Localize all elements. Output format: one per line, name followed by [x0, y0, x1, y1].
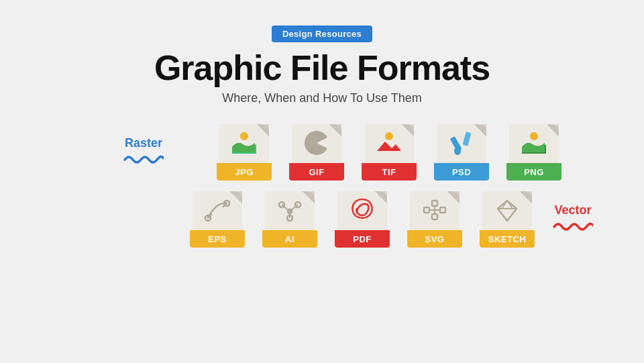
- raster-text: Raster: [125, 136, 162, 150]
- vector-file-icons: EPS AI: [185, 187, 539, 248]
- raster-file-icons: JPG GIF: [212, 120, 566, 180]
- vector-text: Vector: [554, 203, 591, 217]
- file-card-jpg: JPG: [212, 120, 276, 180]
- svg-marker-24: [498, 201, 517, 221]
- file-shape-sketch: SKETCH: [480, 187, 535, 248]
- file-card-sketch: SKETCH: [475, 187, 539, 248]
- file-shape-png: PNG: [506, 120, 561, 180]
- file-shape-eps: EPS: [190, 187, 245, 248]
- svg-line-16: [290, 205, 298, 211]
- file-shape-pdf: PDF: [335, 187, 390, 248]
- tif-icon: [374, 128, 404, 158]
- jpg-icon: [229, 128, 259, 158]
- file-card-pdf: PDF: [330, 187, 394, 248]
- ai-label: AI: [262, 230, 317, 248]
- pdf-icon: [347, 195, 377, 225]
- psd-icon: [447, 128, 476, 158]
- tif-label: TIF: [362, 163, 417, 180]
- file-card-gif: GIF: [284, 120, 349, 180]
- png-icon: [519, 128, 549, 158]
- svg-point-2: [385, 132, 393, 140]
- svg-point-6: [530, 132, 538, 140]
- gif-icon: [302, 128, 331, 158]
- svg-point-1: [321, 136, 325, 140]
- eps-icon: [203, 195, 232, 225]
- svg-point-0: [240, 132, 248, 140]
- vector-wavy-icon: [553, 220, 593, 232]
- file-card-svg: SVG: [402, 187, 467, 248]
- pdf-label: PDF: [335, 230, 390, 248]
- raster-wavy-icon: [123, 153, 164, 165]
- page-header: Design Resources Graphic File Formats Wh…: [154, 25, 490, 105]
- svg-rect-18: [424, 207, 429, 213]
- sketch-label: SKETCH: [480, 230, 535, 248]
- svg-rect-21: [432, 214, 437, 219]
- file-shape-jpg: JPG: [217, 120, 272, 180]
- page-subtitle: Where, When and How To Use Them: [222, 91, 421, 105]
- png-label: PNG: [506, 163, 561, 180]
- sketch-icon: [492, 195, 522, 225]
- svg-rect-20: [432, 201, 437, 206]
- svg-icon: [420, 195, 449, 225]
- svg-rect-19: [440, 207, 445, 213]
- file-shape-svg: SVG: [407, 187, 462, 248]
- ai-icon: [275, 195, 305, 225]
- file-card-eps: EPS: [185, 187, 250, 248]
- eps-label: EPS: [190, 230, 245, 248]
- file-shape-tif: TIF: [362, 120, 417, 180]
- vector-row: EPS AI: [51, 187, 593, 248]
- gif-label: GIF: [289, 163, 344, 180]
- file-card-ai: AI: [258, 187, 322, 248]
- file-shape-gif: GIF: [289, 120, 344, 180]
- svg-rect-5: [463, 132, 472, 146]
- raster-label: Raster: [123, 136, 164, 165]
- file-shape-psd: PSD: [434, 120, 489, 180]
- file-card-tif: TIF: [357, 120, 421, 180]
- svg-point-4: [454, 147, 461, 155]
- category-badge: Design Resources: [272, 25, 372, 42]
- content-area: Raster JPG: [0, 120, 644, 253]
- psd-label: PSD: [434, 163, 489, 180]
- file-shape-ai: AI: [262, 187, 317, 248]
- vector-label: Vector: [553, 203, 593, 232]
- page-title: Graphic File Formats: [154, 49, 490, 87]
- file-card-png: PNG: [502, 120, 566, 180]
- jpg-label: JPG: [217, 163, 272, 180]
- raster-row: Raster JPG: [78, 120, 566, 180]
- file-card-psd: PSD: [429, 120, 494, 180]
- svg-label: SVG: [407, 230, 462, 248]
- svg-line-15: [282, 205, 290, 211]
